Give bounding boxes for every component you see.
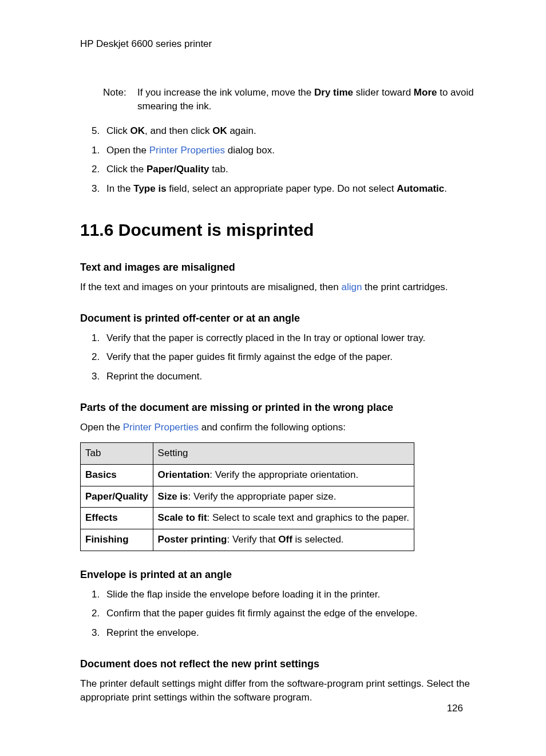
steps-list-offcenter: 1.Verify that the paper is correctly pla… <box>92 331 486 384</box>
t: Click <box>106 125 130 136</box>
paragraph: Open the Printer Properties and confirm … <box>80 421 486 435</box>
steps-list-a: 5. Click OK, and then click OK again. 1.… <box>92 124 486 196</box>
note-bold-drytime: Dry time <box>314 87 353 98</box>
item-text: Click the Paper/Quality tab. <box>106 163 486 177</box>
item-num: 1. <box>92 144 106 158</box>
t: tab. <box>209 164 228 175</box>
item-text: Verify that the paper guides fit firmly … <box>106 350 486 365</box>
t: Open the <box>106 145 149 156</box>
list-item: 3.Reprint the document. <box>92 370 486 384</box>
subheading-misaligned: Text and images are misaligned <box>80 260 486 275</box>
td-tab: Finishing <box>81 529 153 551</box>
bold-type-is: Type is <box>133 183 166 194</box>
list-item: 3.Reprint the envelope. <box>92 626 486 640</box>
note-text: If you increase the ink volume, move the… <box>137 86 486 114</box>
t: : Verify that <box>227 534 279 545</box>
link-printer-properties-2[interactable]: Printer Properties <box>123 422 199 433</box>
t: dialog box. <box>225 145 275 156</box>
td-tab: Basics <box>81 465 153 486</box>
list-item: 1.Slide the flap inside the envelope bef… <box>92 588 486 602</box>
td-setting: Size is: Verify the appropriate paper si… <box>153 486 414 508</box>
list-item: 3. In the Type is field, select an appro… <box>92 182 486 196</box>
table-row: Effects Scale to fit: Select to scale te… <box>81 508 414 529</box>
t: Open the <box>80 422 123 433</box>
list-item: 1. Open the Printer Properties dialog bo… <box>92 144 486 158</box>
item-num: 3. <box>92 182 106 196</box>
td-tab: Paper/Quality <box>81 486 153 508</box>
link-align[interactable]: align <box>341 282 362 292</box>
th-setting: Setting <box>153 443 414 465</box>
t: : Verify the appropriate paper size. <box>188 491 337 502</box>
bold-orientation: Orientation <box>158 469 210 480</box>
list-item: 1.Verify that the paper is correctly pla… <box>92 331 486 346</box>
item-text: Open the Printer Properties dialog box. <box>106 144 486 158</box>
bold-size-is: Size is <box>158 491 188 502</box>
td-setting: Poster printing: Verify that Off is sele… <box>153 529 414 551</box>
page-number: 126 <box>447 702 463 716</box>
item-num: 2. <box>92 350 106 365</box>
table-header-row: Tab Setting <box>81 443 414 465</box>
note-text-mid: slider toward <box>353 87 414 98</box>
t: is selected. <box>292 534 344 545</box>
item-text: Click OK, and then click OK again. <box>106 124 486 138</box>
list-item: 2. Click the Paper/Quality tab. <box>92 163 486 177</box>
item-num: 1. <box>92 588 106 602</box>
note-text-pre: If you increase the ink volume, move the <box>137 87 314 98</box>
bold-scale-to-fit: Scale to fit <box>158 512 207 523</box>
item-num: 2. <box>92 163 106 177</box>
bold-automatic: Automatic <box>397 183 444 194</box>
subheading-envelope: Envelope is printed at an angle <box>80 567 486 582</box>
list-item: 2.Confirm that the paper guides fit firm… <box>92 607 486 621</box>
th-tab: Tab <box>81 443 153 465</box>
t: : Verify the appropriate orientation. <box>209 469 358 480</box>
link-printer-properties[interactable]: Printer Properties <box>149 145 225 156</box>
t: . <box>444 183 447 194</box>
item-text: Slide the flap inside the envelope befor… <box>106 588 486 602</box>
td-setting: Orientation: Verify the appropriate orie… <box>153 465 414 486</box>
t: Click the <box>106 164 147 175</box>
bold-poster-printing: Poster printing <box>158 534 227 545</box>
paragraph: The printer default settings might diffe… <box>80 677 486 705</box>
page-header: HP Deskjet 6600 series printer <box>80 37 486 52</box>
item-text: Verify that the paper is correctly place… <box>106 331 486 346</box>
paragraph: If the text and images on your printouts… <box>80 280 486 295</box>
t: : Select to scale text and graphics to t… <box>207 512 409 523</box>
t: field, select an appropriate paper type.… <box>167 183 397 194</box>
note-bold-more: More <box>414 87 437 98</box>
subheading-offcenter: Document is printed off-center or at an … <box>80 311 486 326</box>
table-row: Finishing Poster printing: Verify that O… <box>81 529 414 551</box>
table-row: Basics Orientation: Verify the appropria… <box>81 465 414 486</box>
bold-paper-quality: Paper/Quality <box>147 164 209 175</box>
subheading-settings: Document does not reflect the new print … <box>80 656 486 671</box>
note-label: Note: <box>103 86 137 114</box>
steps-list-envelope: 1.Slide the flap inside the envelope bef… <box>92 588 486 640</box>
bold-ok: OK <box>130 125 145 136</box>
note-block: Note: If you increase the ink volume, mo… <box>103 86 486 114</box>
t: If the text and images on your printouts… <box>80 282 341 292</box>
table-row: Paper/Quality Size is: Verify the approp… <box>81 486 414 508</box>
td-tab: Effects <box>81 508 153 529</box>
t: again. <box>227 125 256 136</box>
section-heading: 11.6 Document is misprinted <box>80 217 486 243</box>
item-text: Reprint the envelope. <box>106 626 486 640</box>
settings-table: Tab Setting Basics Orientation: Verify t… <box>80 442 414 551</box>
bold-off: Off <box>278 534 292 545</box>
list-item: 2.Verify that the paper guides fit firml… <box>92 350 486 365</box>
t: In the <box>106 183 133 194</box>
item-text: Confirm that the paper guides fit firmly… <box>106 607 486 621</box>
item-num: 5. <box>92 124 106 138</box>
bold-ok2: OK <box>212 125 227 136</box>
t: the print cartridges. <box>362 282 448 292</box>
item-num: 3. <box>92 370 106 384</box>
item-text: Reprint the document. <box>106 370 486 384</box>
subheading-missing: Parts of the document are missing or pri… <box>80 400 486 415</box>
td-setting: Scale to fit: Select to scale text and g… <box>153 508 414 529</box>
t: and confirm the following options: <box>199 422 346 433</box>
t: , and then click <box>145 125 212 136</box>
item-num: 2. <box>92 607 106 621</box>
item-num: 3. <box>92 626 106 640</box>
item-text: In the Type is field, select an appropri… <box>106 182 486 196</box>
list-item: 5. Click OK, and then click OK again. <box>92 124 486 138</box>
item-num: 1. <box>92 331 106 346</box>
